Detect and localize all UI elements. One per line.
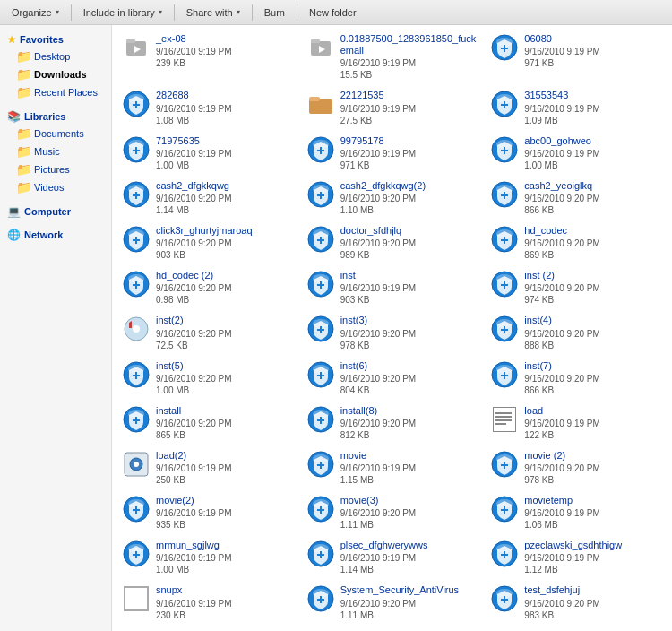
- file-item[interactable]: System_Security_AntiVirus9/16/2010 9:20 …: [300, 580, 485, 625]
- file-meta: 9/16/2010 9:19 PM 1.00 MB: [156, 148, 232, 171]
- file-item[interactable]: inst(4)9/16/2010 9:20 PM 888 KB: [484, 310, 668, 355]
- toolbar-btn-organize[interactable]: Organize ▾: [4, 3, 67, 22]
- file-icon-shield: [122, 90, 151, 118]
- file-item[interactable]: inst(7)9/16/2010 9:20 PM 866 KB: [484, 356, 668, 401]
- file-item[interactable]: inst9/16/2010 9:19 PM 903 KB: [300, 265, 485, 310]
- sidebar-item-videos[interactable]: 📁Videos: [0, 178, 111, 196]
- file-item[interactable]: 0.01887500_1283961850_fuckemall9/16/2010…: [300, 29, 485, 85]
- file-item[interactable]: inst (2)9/16/2010 9:20 PM 974 KB: [484, 265, 668, 310]
- file-icon-shield: [490, 495, 519, 523]
- toolbar-separator: [71, 4, 72, 21]
- file-item[interactable]: doctor_sfdhjlq9/16/2010 9:20 PM 989 KB: [300, 220, 485, 265]
- file-item[interactable]: cash2_dfgkkqwg9/16/2010 9:20 PM 1.14 MB: [116, 176, 300, 220]
- sidebar-item-desktop[interactable]: 📁Desktop: [0, 48, 111, 65]
- sidebar-item-recent-places[interactable]: 📁Recent Places: [0, 83, 111, 101]
- file-item[interactable]: abc00_gohweo9/16/2010 9:19 PM 1.00 MB: [484, 131, 668, 176]
- file-info: 719756359/16/2010 9:19 PM 1.00 MB: [156, 135, 232, 171]
- sidebar-item-music[interactable]: 📁Music: [0, 143, 111, 160]
- toolbar-btn-share-with[interactable]: Share with ▾: [178, 3, 248, 22]
- file-item[interactable]: movie (2)9/16/2010 9:20 PM 978 KB: [484, 445, 668, 490]
- file-meta: 9/16/2010 9:20 PM 0.98 MB: [156, 282, 232, 306]
- file-icon-shield: [122, 360, 151, 389]
- file-meta: 9/16/2010 9:20 PM 978 KB: [524, 462, 600, 486]
- file-meta: 9/16/2010 9:19 PM 971 KB: [524, 46, 600, 69]
- toolbar-btn-burn[interactable]: Burn: [256, 3, 293, 22]
- file-item[interactable]: cash2_dfgkkqwg(2)9/16/2010 9:20 PM 1.10 …: [300, 176, 485, 220]
- file-meta: 9/16/2010 9:19 PM 1.14 MB: [340, 552, 428, 575]
- file-name: hd_codec (2): [156, 270, 232, 281]
- sidebar-section-computer[interactable]: 💻Computer: [0, 202, 111, 220]
- file-item[interactable]: cash2_yeoiglkq9/16/2010 9:20 PM 866 KB: [484, 176, 668, 220]
- file-info: plsec_dfghwerywws9/16/2010 9:19 PM 1.14 …: [340, 540, 428, 575]
- file-info: movie9/16/2010 9:19 PM 1.15 MB: [340, 450, 417, 486]
- sidebar-section-libraries[interactable]: 📚Libraries: [0, 107, 111, 125]
- svg-rect-14: [309, 99, 332, 114]
- file-item[interactable]: mrmun_sgjlwg9/16/2010 9:19 PM 1.00 MB: [116, 535, 300, 580]
- file-item[interactable]: varag_sdgasaagd9/16/2010 9:20 PM 1.14 MB: [116, 626, 300, 631]
- file-name: cash2_yeoiglkq: [524, 180, 600, 192]
- file-item[interactable]: 060809/16/2010 9:19 PM 971 KB: [484, 29, 668, 85]
- file-item[interactable]: plsec_dfghwerywws9/16/2010 9:19 PM 1.14 …: [300, 535, 485, 580]
- file-icon-shield: [306, 180, 335, 209]
- file-item[interactable]: 221215359/16/2010 9:19 PM 27.5 KB: [300, 85, 485, 130]
- sidebar-item-documents[interactable]: 📁Documents: [0, 125, 111, 143]
- file-item[interactable]: y0liny_iufghrueghureo9/16/2010 9:19 PM 1…: [484, 626, 668, 631]
- sidebar-item-downloads[interactable]: 📁Downloads: [0, 65, 111, 83]
- file-item[interactable]: pzeclawski_gsdhthigw9/16/2010 9:19 PM 1.…: [484, 535, 668, 580]
- file-item[interactable]: test_dsfehjuj9/16/2010 9:20 PM 983 KB: [484, 580, 668, 625]
- file-name: abc00_gohweo: [524, 135, 600, 147]
- file-item[interactable]: hd_codec (2)9/16/2010 9:20 PM 0.98 MB: [116, 265, 300, 310]
- file-name: snupx: [156, 584, 232, 596]
- file-item[interactable]: snupx9/16/2010 9:19 PM 230 KB: [116, 580, 300, 625]
- file-item[interactable]: install9/16/2010 9:20 PM 865 KB: [116, 401, 300, 445]
- sidebar-section-favorites[interactable]: ★Favorites: [0, 30, 111, 48]
- file-info: System_Security_AntiVirus9/16/2010 9:20 …: [340, 584, 459, 620]
- file-item[interactable]: movie9/16/2010 9:19 PM 1.15 MB: [300, 445, 485, 490]
- file-item[interactable]: windows_protection_suite9/16/2010 9:19 P…: [300, 626, 485, 631]
- file-icon-folder-color: [306, 90, 335, 118]
- file-info: click3r_ghurtyjmaroaq9/16/2010 9:20 PM 9…: [156, 225, 253, 261]
- file-item[interactable]: 315535439/16/2010 9:19 PM 1.09 MB: [484, 85, 668, 130]
- file-item[interactable]: movie(2)9/16/2010 9:19 PM 935 KB: [116, 490, 300, 535]
- file-item[interactable]: movietemp9/16/2010 9:19 PM 1.06 MB: [484, 490, 668, 535]
- file-info: movietemp9/16/2010 9:19 PM 1.06 MB: [524, 495, 600, 531]
- sidebar-item-pictures[interactable]: 📁Pictures: [0, 160, 111, 178]
- file-item[interactable]: load9/16/2010 9:19 PM 122 KB: [484, 401, 668, 445]
- file-name: inst(7): [524, 360, 600, 372]
- file-icon-shield: [306, 495, 335, 523]
- library-icon: 📚: [7, 110, 21, 123]
- file-icon-shield: [306, 270, 335, 298]
- file-name: movie (2): [524, 450, 600, 462]
- sidebar-section-network[interactable]: 🌐Network: [0, 225, 111, 243]
- file-item[interactable]: 719756359/16/2010 9:19 PM 1.00 MB: [116, 131, 300, 176]
- file-item[interactable]: install(8)9/16/2010 9:20 PM 812 KB: [300, 401, 485, 445]
- file-item[interactable]: hd_codec9/16/2010 9:20 PM 869 KB: [484, 220, 668, 265]
- file-item[interactable]: inst(2)9/16/2010 9:20 PM 72.5 KB: [116, 310, 300, 355]
- file-item[interactable]: 2826889/16/2010 9:19 PM 1.08 MB: [116, 85, 300, 130]
- file-meta: 9/16/2010 9:20 PM 72.5 KB: [156, 328, 232, 351]
- sidebar-item-label: Videos: [34, 182, 64, 193]
- file-info: abc00_gohweo9/16/2010 9:19 PM 1.00 MB: [524, 135, 600, 171]
- file-name: load(2): [156, 450, 232, 462]
- file-info: inst(5)9/16/2010 9:20 PM 1.00 MB: [156, 360, 232, 396]
- toolbar-btn-new-folder[interactable]: New folder: [301, 3, 365, 22]
- file-icon-shield: [490, 225, 519, 254]
- file-icon-shield: [490, 360, 519, 389]
- file-name: _ex-08: [156, 33, 232, 45]
- file-item[interactable]: 997951789/16/2010 9:19 PM 971 KB: [300, 131, 485, 176]
- file-icon-gray-arrow: [122, 33, 151, 62]
- file-item[interactable]: inst(5)9/16/2010 9:20 PM 1.00 MB: [116, 356, 300, 401]
- file-item[interactable]: load(2)9/16/2010 9:19 PM 250 KB: [116, 445, 300, 490]
- file-info: 315535439/16/2010 9:19 PM 1.09 MB: [524, 90, 600, 125]
- file-meta: 9/16/2010 9:20 PM 866 KB: [524, 373, 600, 396]
- file-item[interactable]: movie(3)9/16/2010 9:20 PM 1.11 MB: [300, 490, 485, 535]
- file-name: movie(2): [156, 495, 232, 506]
- file-item[interactable]: _ex-089/16/2010 9:19 PM 239 KB: [116, 29, 300, 85]
- toolbar-btn-include-in-library[interactable]: Include in library ▾: [75, 3, 170, 22]
- file-info: inst(7)9/16/2010 9:20 PM 866 KB: [524, 360, 600, 396]
- file-item[interactable]: inst(6)9/16/2010 9:20 PM 804 KB: [300, 356, 485, 401]
- file-item[interactable]: inst(3)9/16/2010 9:20 PM 978 KB: [300, 310, 485, 355]
- file-item[interactable]: click3r_ghurtyjmaroaq9/16/2010 9:20 PM 9…: [116, 220, 300, 265]
- file-info: inst(4)9/16/2010 9:20 PM 888 KB: [524, 315, 600, 350]
- file-info: load(2)9/16/2010 9:19 PM 250 KB: [156, 450, 232, 486]
